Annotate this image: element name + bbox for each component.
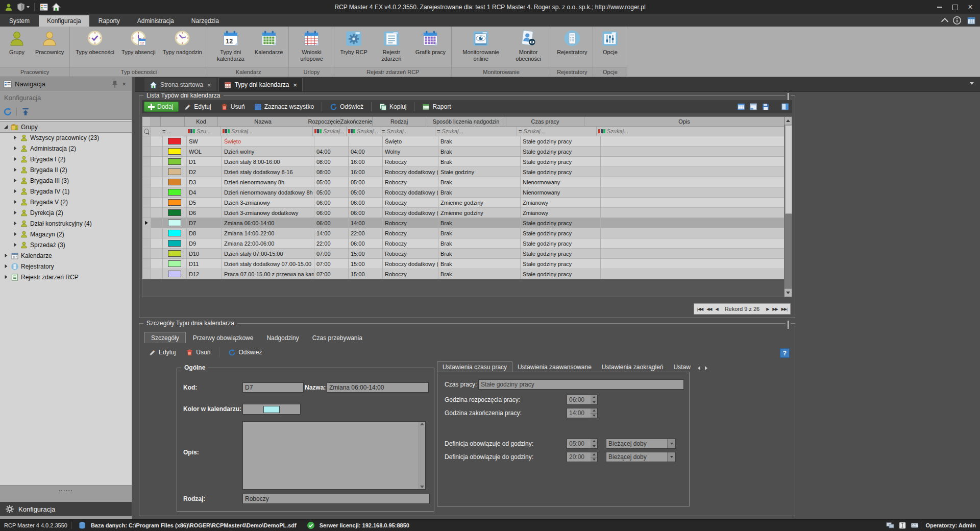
tree-item-rejestr-zdarzeń-rcp[interactable]: Rejestr zdarzeń RCP <box>0 272 132 282</box>
cell-czas-pracy[interactable]: Nienormowany <box>521 187 601 198</box>
cell-czas-pracy[interactable]: Nienormowany <box>521 177 601 187</box>
security-menu-button[interactable] <box>16 3 30 12</box>
ribbon-button-typy-nadgodzin[interactable]: Typy nadgodzin <box>159 29 206 56</box>
collapsed-arrow-icon[interactable] <box>12 146 18 151</box>
cell-kod[interactable]: D2 <box>187 167 222 177</box>
column-header-rodzaj[interactable]: Rodzaj <box>373 117 426 127</box>
close-panel-icon[interactable]: × <box>119 80 129 89</box>
cell-rozpoczecie[interactable] <box>314 136 349 147</box>
cell-zakonczenie[interactable]: 15:00 <box>349 249 383 259</box>
cell-opis[interactable] <box>601 187 784 198</box>
menu-tab-administracja[interactable]: Administracja <box>129 15 182 27</box>
edit-button[interactable]: Edytuj <box>180 102 215 112</box>
cell-zakonczenie[interactable]: 14:00 <box>349 218 383 228</box>
chevron-down-icon[interactable] <box>667 439 675 448</box>
cell-zakonczenie[interactable]: 05:00 <box>349 187 383 198</box>
cell-czas-pracy[interactable]: Stałe godziny pracy <box>521 259 601 269</box>
edit-button[interactable]: Edytuj <box>144 348 180 357</box>
cell-nazwa[interactable]: Dzień 3-zmianowy <box>222 198 314 208</box>
tree-item-brygada-v-2[interactable]: Brygada V (2) <box>0 197 132 207</box>
cell-rodzaj[interactable]: Roboczy <box>383 249 438 259</box>
ribbon-button-monitorowanie-online[interactable]: Monitorowanie online <box>454 29 508 62</box>
tab-ustawienia-zaawansowane[interactable]: Ustawienia zaawansowane <box>512 362 597 372</box>
tab-scroll-left-icon[interactable] <box>696 364 703 372</box>
tab-scroll-right-icon[interactable] <box>703 364 710 372</box>
filter-czas-pracy[interactable]: =Szukaj... <box>517 127 597 136</box>
tree-item-dyrekcja-2[interactable]: Dyrekcja (2) <box>0 207 132 218</box>
cell-czas-pracy[interactable]: Stałe godziny pracy <box>521 136 601 147</box>
cell-rozpoczecie[interactable]: 05:00 <box>314 187 349 198</box>
cell-nazwa[interactable]: Praca 07.00-15.00 z przerwa na karmienie <box>222 269 314 279</box>
ribbon-button-typy-absencji[interactable]: 12 Typy absencji <box>118 29 159 56</box>
equals-filter-icon[interactable]: = <box>437 128 440 134</box>
cell-rozpoczecie[interactable]: 07:00 <box>314 259 349 269</box>
cell-zakonczenie[interactable]: 22:00 <box>349 228 383 238</box>
table-row[interactable]: D12Praca 07.00-15.00 z przerwa na karmie… <box>142 269 784 279</box>
tab-szczegoly[interactable]: Szczegóły <box>144 332 186 343</box>
navigation-list-icon[interactable] <box>39 3 48 12</box>
cell-zakonczenie[interactable]: 06:00 <box>349 198 383 208</box>
menu-tab-konfiguracja[interactable]: Konfiguracja <box>39 15 89 27</box>
color-cell[interactable] <box>163 208 187 218</box>
info-icon[interactable] <box>952 16 962 25</box>
cell-opis[interactable] <box>601 249 784 259</box>
add-button[interactable]: Dodaj <box>144 102 179 112</box>
collapsed-arrow-icon[interactable] <box>12 243 18 247</box>
cell-zakonczenie[interactable]: 16:00 <box>349 167 383 177</box>
cell-nazwa[interactable]: Zmiana 06:00-14:00 <box>222 218 314 228</box>
pin-icon[interactable] <box>110 80 119 89</box>
column-header-sposob[interactable]: Sposób liczenia nadgodzin <box>426 117 506 127</box>
rodzaj-field[interactable]: Roboczy <box>242 494 430 504</box>
ribbon-button-opcje[interactable]: Opcje <box>595 29 625 56</box>
cell-kod[interactable]: D9 <box>187 238 222 249</box>
cell-nazwa[interactable]: Dzień wolny <box>222 147 314 157</box>
cell-opis[interactable] <box>601 259 784 269</box>
collapsed-arrow-icon[interactable] <box>12 221 18 226</box>
spinner-buttons[interactable] <box>591 439 598 449</box>
ribbon-button-rejestr-zdarzen[interactable]: Rejestr zdarzeń <box>371 29 412 62</box>
table-row[interactable]: D1Dzień stały 8:00-16:0008:0016:00Robocz… <box>142 157 784 167</box>
cell-zakonczenie[interactable]: 05:00 <box>349 177 383 187</box>
text-cursor-icon[interactable] <box>898 521 906 529</box>
cell-sposob[interactable]: Brak <box>438 177 521 187</box>
close-tab-icon[interactable]: × <box>207 81 211 89</box>
nazwa-field[interactable]: Zmiana 06:00-14:00 <box>327 382 429 393</box>
report-button[interactable]: Raport <box>418 102 455 112</box>
tab-przerwy-obowiazkowe[interactable]: Przerwy obowiązkowe <box>187 332 260 343</box>
tree-item-kalendarze[interactable]: Kalendarze <box>0 250 132 261</box>
textarea-scrollbar[interactable] <box>419 422 425 489</box>
cell-zakonczenie[interactable]: 16:00 <box>349 157 383 167</box>
table-row[interactable]: SWŚwiętoŚwiętoBrakStałe godziny pracy <box>142 136 784 147</box>
save-icon[interactable] <box>762 103 770 111</box>
refresh-icon[interactable] <box>3 107 12 116</box>
cell-nazwa[interactable]: Dzień stały dodatkowy 8-16 <box>222 167 314 177</box>
cell-sposob[interactable]: Brak <box>438 136 521 147</box>
user-icon[interactable] <box>4 3 13 12</box>
cell-zakonczenie[interactable]: 15:00 <box>349 269 383 279</box>
cell-opis[interactable] <box>601 218 784 228</box>
column-header-zakonczenie[interactable]: Zakończenie <box>340 117 373 127</box>
cell-czas-pracy[interactable]: Stałe godziny pracy <box>521 238 601 249</box>
abc-filter-icon[interactable] <box>598 129 605 133</box>
cell-kod[interactable]: D8 <box>187 228 222 238</box>
equals-filter-icon[interactable]: = <box>162 128 165 134</box>
table-row[interactable]: D3Dzień nienormowany 8h05:0005:00Roboczy… <box>142 177 784 187</box>
scroll-down-icon[interactable] <box>785 288 792 297</box>
cell-nazwa[interactable]: Dzień 3-zmianowy dodatkowy <box>222 208 314 218</box>
tab-ustawienia-zaokraglen[interactable]: Ustawienia zaokrągleń <box>597 362 669 372</box>
collapsed-arrow-icon[interactable] <box>12 200 18 204</box>
cell-sposob[interactable]: Brak <box>438 269 521 279</box>
definicja-od-field[interactable]: 05:00 <box>567 439 593 449</box>
table-row[interactable]: D9Zmiana 22:00-06:0022:0006:00RoboczyBra… <box>142 238 784 249</box>
minimize-button[interactable] <box>932 1 947 13</box>
cell-nazwa[interactable]: Dzień stały 8:00-16:00 <box>222 157 314 167</box>
cell-opis[interactable] <box>601 147 784 157</box>
cell-nazwa[interactable]: Dzień nienormowany 8h <box>222 177 314 187</box>
help-button[interactable]: ? <box>780 348 790 358</box>
ribbon-button-tryby-rcp[interactable]: Tryby RCP <box>336 29 371 56</box>
abc-filter-icon[interactable] <box>188 129 195 133</box>
cell-nazwa[interactable]: Dzień stały 07:00-15:00 <box>222 249 314 259</box>
keyboard-grid-icon[interactable] <box>911 521 919 529</box>
close-tab-icon[interactable]: × <box>293 81 297 89</box>
cell-rozpoczecie[interactable]: 14:00 <box>314 228 349 238</box>
